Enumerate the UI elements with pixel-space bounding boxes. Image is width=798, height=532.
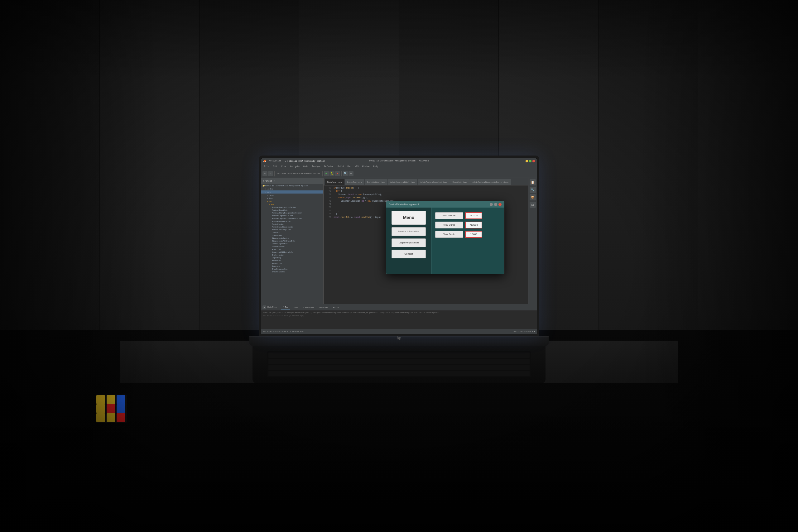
tree-item-DiagnosticAllDataInfo[interactable]: DiagnosticAllDataInfo <box>261 240 323 243</box>
menu-help[interactable]: Help <box>373 165 379 168</box>
toolbar-sep2 <box>322 171 323 176</box>
tree-item-Hospital[interactable]: Hospital <box>261 248 323 251</box>
ide-toolbar: ◁ ▷ COVID-19 Information Management Syst… <box>261 169 537 178</box>
code-editor-area[interactable]: 69 if(dcFile.exists()) { 70 try { 71 Sca… <box>324 186 528 304</box>
tree-item-LoginReg[interactable]: LoginReg <box>261 256 323 259</box>
covid-close-btn[interactable] <box>498 203 501 206</box>
toolbar-forward[interactable]: ▷ <box>268 171 273 176</box>
tree-item-java[interactable]: ▸ java <box>261 193 323 197</box>
total-cured-label: Total Cured <box>435 222 463 228</box>
tab-hospital[interactable]: Hospital.java <box>450 179 470 185</box>
menu-intellij[interactable]: ✦ IntelliJ IDEA Community Edition ▾ <box>284 159 328 163</box>
code-line-69: 69 if(dcFile.exists()) { <box>325 187 527 190</box>
close-button[interactable] <box>532 160 535 163</box>
tab-adminhospital[interactable]: AdminHospitalList.java <box>388 179 417 185</box>
maximize-button[interactable] <box>529 160 531 163</box>
menu-edit[interactable]: Edit <box>272 165 279 168</box>
tab-loginreg[interactable]: LoginReg.java <box>345 179 364 185</box>
toolbar-sep1 <box>274 171 274 176</box>
menu-refactor[interactable]: Refactor <box>323 165 335 168</box>
tree-item-idea[interactable]: ▸ .idea <box>261 187 323 190</box>
right-sidebar-btn2[interactable]: 🔧 <box>530 187 536 193</box>
menu-window[interactable]: Window <box>361 165 370 168</box>
tree-item-ShowHospital[interactable]: ShowHospital <box>261 270 323 273</box>
tree-item-bin[interactable]: ▸ bin <box>261 197 323 200</box>
menu-vcs[interactable]: VCS <box>354 165 359 168</box>
tree-item-Institution[interactable]: Institution <box>261 254 323 256</box>
statusbar-left: All files are up-to-date (2 minutes ago) <box>263 330 304 332</box>
bottom-tab-bar: ▶ MainMenu ⚡ Run TODO ⚠ Problems Termina… <box>261 304 537 310</box>
covid-login-reg-btn[interactable]: Login/Registration <box>392 239 426 247</box>
menu-navigate[interactable]: Navigate <box>289 165 301 168</box>
right-sidebar-btn1[interactable]: 📋 <box>530 179 536 186</box>
tree-item-AdminAddingDiagCenter[interactable]: AdminAddingDiagnosticCenter <box>261 212 323 214</box>
tree-item-AddingHospital[interactable]: AddingHospital <box>261 209 323 212</box>
bottom-tab-todo[interactable]: TODO <box>291 306 300 309</box>
tab-admindiag[interactable]: AdminAddingDiagnosticCenter.java <box>470 179 511 185</box>
toolbar-stop[interactable]: ■ <box>335 171 340 176</box>
right-sidebar-btn3[interactable]: 📦 <box>530 194 536 201</box>
bottom-tab-terminal[interactable]: Terminal <box>317 306 330 309</box>
tree-item-Service[interactable]: Service <box>261 265 323 268</box>
toolbar-run[interactable]: ▶ <box>324 171 329 176</box>
toolbar-search[interactable]: 🔍 <box>343 171 348 176</box>
tree-item-EditHospital[interactable]: EditHospital <box>261 245 323 248</box>
bottom-tab-build[interactable]: Build <box>331 306 340 309</box>
sidebar-title: Project ▾ <box>263 180 275 182</box>
tree-item-HospitalAllDataInfo[interactable]: HospitalAllDataInfo <box>261 251 323 254</box>
tab-institution-label: Institution.java <box>367 181 385 183</box>
ide-project-sidebar: Project ▾ 📁 COVID-19 Information Managem… <box>261 178 324 304</box>
menu-code[interactable]: Code <box>302 165 309 168</box>
tree-item-src[interactable]: ▸ src <box>261 190 323 193</box>
browser-icon: 🦊 <box>263 159 266 163</box>
covid-maximize-btn[interactable] <box>494 203 497 206</box>
tree-item-AdminDiagnosticsInfo[interactable]: AdminDiagnosticsAllDataInfo <box>261 217 323 220</box>
laptop-screen-bezel: 🦊 Activities ✦ IntelliJ IDEA Community E… <box>259 155 539 336</box>
stat-row-death: Total Death 12403 <box>435 231 500 238</box>
ide-right-sidebar: 📋 🔧 📦 🗂 <box>528 178 537 304</box>
bottom-tab-run[interactable]: ⚡ Run <box>281 305 290 309</box>
tree-item-CoronaDay[interactable]: CoronaDay <box>261 234 323 237</box>
tree-item-AdminShowDiagnostic[interactable]: AdminShowDiagnostic <box>261 226 323 228</box>
menu-activities[interactable]: Activities <box>268 159 282 163</box>
tree-item-out[interactable]: ▾ out <box>261 200 323 203</box>
tree-item-ShowDiagnostic[interactable]: ShowDiagnostic <box>261 268 323 270</box>
tree-item-EditDiagnostic[interactable]: EditDiagnostic <box>261 243 323 245</box>
tab-adminadding[interactable]: AdminAddingHospital.java <box>418 179 450 185</box>
tree-item-AddingDiagnosticCenter[interactable]: AddingDiagnosticCenter <box>261 206 323 209</box>
tree-item-MainMenu[interactable]: MainMenu <box>261 259 323 262</box>
covid-contact-btn[interactable]: Contact <box>392 250 426 258</box>
minimize-button[interactable] <box>526 160 528 163</box>
menu-analyze[interactable]: Analyze <box>311 165 321 168</box>
toolbar-debug[interactable]: 🐛 <box>329 171 335 176</box>
menu-file[interactable]: File <box>263 165 270 168</box>
tree-item-AdminDiagnosticList[interactable]: AdminDiagnosticList <box>261 214 323 217</box>
menu-run[interactable]: Run <box>347 165 352 168</box>
total-death-value: 12403 <box>465 231 482 238</box>
code-line-70: 70 try { <box>325 190 527 193</box>
bottom-tab-problems[interactable]: ⚠ Problems <box>301 305 316 309</box>
tab-adminadding-label: AdminAddingHospital.java <box>420 181 447 183</box>
menu-view[interactable]: View <box>280 165 287 168</box>
tree-item-project[interactable]: 📁 COVID-19 Information Management System <box>261 184 323 187</box>
tree-item-AdminHospitalList[interactable]: AdminHospitalList <box>261 220 323 223</box>
tab-hospital-label: Hospital.java <box>453 181 467 183</box>
covid-service-info-btn[interactable]: Service Information <box>392 227 426 236</box>
right-sidebar-btn4[interactable]: 🗂 <box>530 202 536 208</box>
tree-item-RegOption[interactable]: RegOption <box>261 262 323 265</box>
toolbar-back[interactable]: ◁ <box>263 171 267 176</box>
tree-item-src2[interactable]: ▾ src <box>261 203 323 206</box>
tree-item-AdminOption[interactable]: AdminOption <box>261 223 323 226</box>
tree-item-DiagnosticCenter[interactable]: DiagnosticCenter <box>261 237 323 240</box>
run-config-icon[interactable]: ▶ <box>263 305 266 309</box>
covid-minimize-btn[interactable] <box>490 203 493 206</box>
tree-item-AdminShowHospital[interactable]: AdminShowHospital <box>261 228 323 231</box>
ide-bottom-panel: ▶ MainMenu ⚡ Run TODO ⚠ Problems Termina… <box>261 304 537 329</box>
tree-item-Contact[interactable]: Contact <box>261 231 323 234</box>
ide-statusbar: All files are up-to-date (2 minutes ago)… <box>261 329 537 334</box>
menu-build[interactable]: Build <box>337 165 345 168</box>
tab-mainmenu[interactable]: MainMenu.java <box>325 179 344 185</box>
tab-institution[interactable]: Institution.java <box>365 179 388 185</box>
toolbar-settings[interactable]: ⚙ <box>348 171 354 176</box>
covid-main-content: Menu Service Information Login/Registrat… <box>386 208 504 274</box>
